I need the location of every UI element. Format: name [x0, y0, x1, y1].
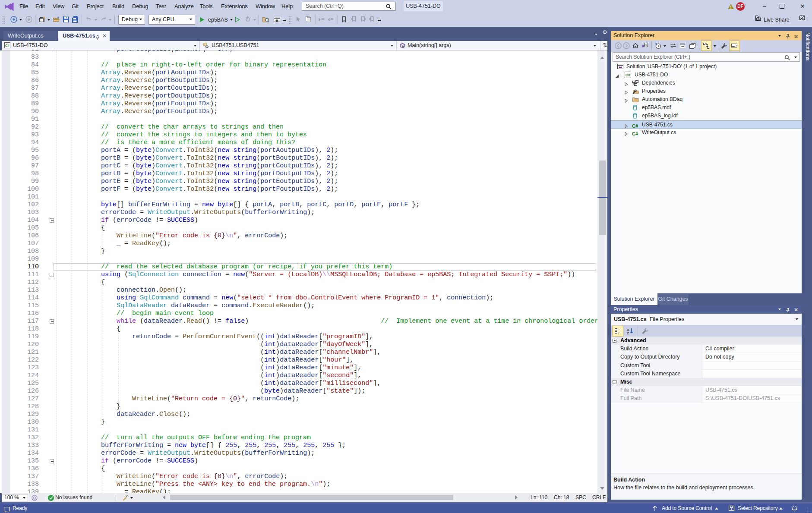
svg-text:+: + [616, 328, 617, 331]
svg-text:Z: Z [627, 331, 629, 335]
svg-text:C#: C# [5, 44, 10, 47]
svg-text:C#: C# [626, 73, 630, 77]
